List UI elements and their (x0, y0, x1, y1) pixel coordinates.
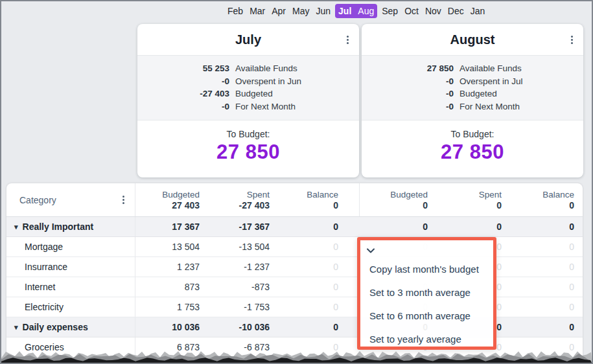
cell-value[interactable]: 0 (502, 282, 574, 292)
cell-value[interactable]: 0 (428, 222, 502, 232)
stat-value: -27 403 (137, 87, 229, 100)
month-tab-sep[interactable]: Sep (378, 4, 401, 18)
stat-value: 27 850 (362, 62, 454, 75)
stat-line: -27 403Budgeted (137, 87, 359, 100)
header-august-spent[interactable]: Spent 0 (428, 183, 502, 216)
menu-item-copy-last-month-s-budget[interactable]: Copy last month's budget (360, 258, 493, 281)
caret-down-icon[interactable]: ▾ (14, 323, 18, 332)
cell-value[interactable]: 0 (270, 322, 338, 332)
cell-value[interactable]: 0 (502, 262, 574, 272)
cell-value[interactable]: 0 (502, 222, 574, 232)
torn-edge-decoration (1, 350, 592, 363)
stat-value: -0 (362, 87, 454, 100)
to-budget-label: To Budget: (362, 129, 583, 139)
header-august-balance[interactable]: Balance 0 (502, 183, 574, 216)
to-budget-block-august: To Budget: 27 850 (362, 120, 583, 164)
stat-label: Overspent in Jul (459, 75, 523, 88)
cell-value[interactable]: 0 (270, 242, 338, 252)
to-budget-value: 27 850 (137, 141, 359, 164)
budget-app-window: FebMarAprMayJunJulAugSepOctNovDecJan Jul… (0, 0, 593, 364)
month-tab-mar[interactable]: Mar (246, 4, 268, 18)
card-header: August (362, 24, 583, 56)
stat-label: Budgeted (459, 87, 497, 100)
category-name: Insurrance (6, 257, 135, 277)
cell-value[interactable]: 0 (502, 322, 574, 332)
card-stats-august: 27 850Available Funds-0Overspent in Jul-… (362, 56, 583, 120)
month-tab-apr[interactable]: Apr (268, 4, 289, 18)
stat-label: Available Funds (235, 62, 297, 75)
chevron-down-icon[interactable] (366, 245, 375, 256)
menu-item-set-to-6-month-average[interactable]: Set to 6 month average (360, 304, 493, 328)
cell-value[interactable]: 1 753 (135, 302, 200, 312)
month-tab-jul[interactable]: Jul (335, 4, 355, 18)
month-tab-oct[interactable]: Oct (401, 4, 422, 18)
cell-value[interactable]: 0 (270, 222, 338, 232)
month-tab-nov[interactable]: Nov (422, 4, 445, 18)
category-label: Electricity (25, 302, 64, 312)
menu-item-set-to-3-month-average[interactable]: Set to 3 month average (360, 281, 493, 304)
cell-value[interactable]: 10 036 (135, 322, 200, 332)
stat-line: -0For Next Month (137, 100, 359, 113)
month-selector-bar: FebMarAprMayJunJulAugSepOctNovDecJan (1, 1, 592, 20)
stat-label: Overspent in Jun (235, 75, 301, 88)
cell-value[interactable]: -17 367 (200, 222, 270, 232)
category-label: Mortgage (25, 242, 63, 252)
stat-label: For Next Month (235, 100, 296, 113)
stat-label: Budgeted (235, 87, 273, 100)
stat-value: -0 (362, 100, 454, 113)
month-selector: FebMarAprMayJunJulAugSepOctNovDecJan (224, 1, 488, 20)
stat-line: 55 253Available Funds (137, 62, 359, 75)
stat-value: 55 253 (137, 62, 229, 75)
cell-value[interactable]: 0 (360, 222, 428, 232)
kebab-menu-icon[interactable] (568, 33, 576, 47)
header-july-spent[interactable]: Spent -27 403 (200, 183, 270, 216)
menu-items: Copy last month's budgetSet to 3 month a… (360, 258, 493, 351)
table-header-row: Category Budgeted 27 403 Spent -27 403 B… (6, 183, 583, 217)
budget-actions-menu: Copy last month's budgetSet to 3 month a… (357, 237, 496, 350)
cell-value[interactable]: 1 237 (135, 262, 200, 272)
cell-value[interactable]: 873 (135, 282, 200, 292)
cell-value[interactable]: 17 367 (135, 222, 200, 232)
category-name: ▾Really Important (6, 217, 135, 236)
month-tab-jun[interactable]: Jun (313, 4, 334, 18)
month-tab-feb[interactable]: Feb (224, 4, 246, 18)
header-august-budgeted[interactable]: Budgeted 0 (360, 183, 428, 216)
month-tab-jan[interactable]: Jan (467, 4, 489, 18)
category-label: Really Important (23, 222, 94, 232)
cell-value[interactable]: 0 (502, 302, 574, 312)
month-tab-dec[interactable]: Dec (445, 4, 467, 18)
cell-value[interactable]: -1 237 (200, 262, 270, 272)
category-name: Mortgage (6, 237, 135, 256)
menu-item-set-to-yearly-average[interactable]: Set to yearly average (360, 328, 493, 351)
card-title-august: August (450, 32, 495, 47)
month-card-july: July 55 253Available Funds-0Overspent in… (137, 24, 359, 177)
cell-value[interactable]: -873 (200, 282, 270, 292)
category-label: Internet (25, 282, 55, 292)
month-tab-aug[interactable]: Aug (355, 4, 377, 18)
category-header-label: Category (19, 195, 56, 205)
cell-value[interactable]: -13 504 (200, 242, 270, 252)
cell-value[interactable]: 0 (502, 242, 574, 252)
cell-value[interactable]: 0 (270, 282, 338, 292)
cell-value[interactable]: 0 (270, 262, 338, 272)
cell-value[interactable]: -1 753 (200, 302, 270, 312)
cell-value[interactable]: 13 504 (135, 242, 200, 252)
kebab-menu-icon[interactable] (344, 33, 351, 47)
caret-down-icon[interactable]: ▾ (14, 223, 18, 231)
month-tab-may[interactable]: May (289, 4, 312, 18)
category-label: Daily expenses (23, 322, 88, 332)
kebab-menu-icon[interactable] (120, 193, 127, 207)
category-name: Electricity (6, 297, 135, 317)
cell-value[interactable]: 0 (270, 302, 338, 312)
stat-label: For Next Month (459, 100, 520, 113)
card-stats-july: 55 253Available Funds-0Overspent in Jun-… (137, 56, 359, 120)
selected-months-pill: JulAug (335, 4, 377, 18)
table-row-really-important[interactable]: ▾Really Important17 367-17 3670000 (6, 217, 583, 237)
card-header: July (137, 24, 359, 56)
stat-value: -0 (137, 75, 229, 88)
stat-label: Available Funds (459, 62, 522, 75)
header-july-balance[interactable]: Balance 0 (270, 183, 338, 216)
month-card-august: August 27 850Available Funds-0Overspent … (362, 24, 583, 177)
cell-value[interactable]: -10 036 (200, 322, 270, 332)
header-july-budgeted[interactable]: Budgeted 27 403 (135, 183, 200, 216)
